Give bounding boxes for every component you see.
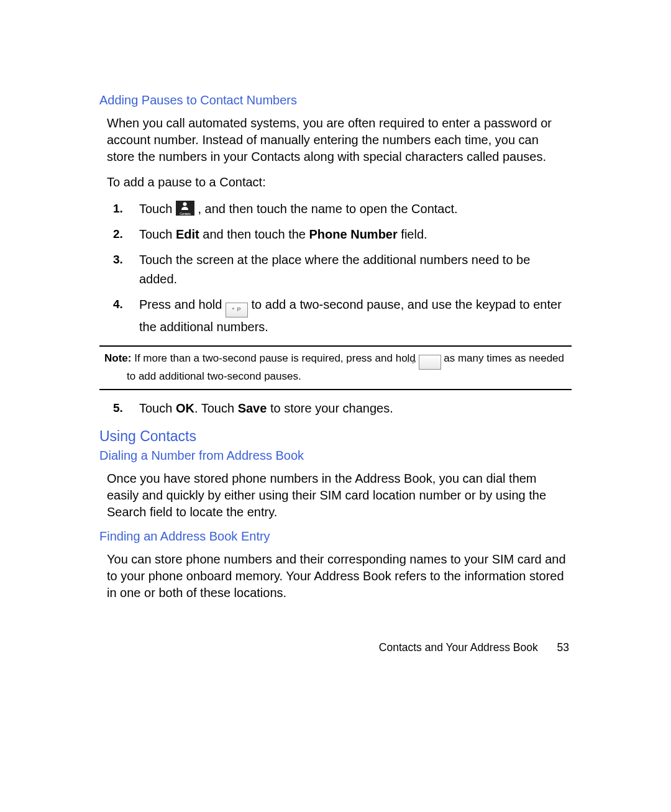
- footer-page-number: 53: [557, 641, 569, 654]
- note-label: Note:: [104, 352, 134, 364]
- subheading-dialing: Dialing a Number from Address Book: [99, 449, 572, 463]
- step-1: Touch Contacts , and then touch the name…: [99, 199, 572, 219]
- step-3: Touch the screen at the place where the …: [99, 250, 572, 289]
- step-5: Touch OK. Touch Save to store your chang…: [99, 399, 572, 418]
- page-footer: Contacts and Your Address Book 53: [99, 641, 572, 654]
- step-4: Press and hold * P to add a two-second p…: [99, 295, 572, 337]
- step-2-text-a: Touch: [139, 227, 176, 241]
- note-text-1: If more than a two-second pause is requi…: [134, 352, 418, 364]
- step-2: Touch Edit and then touch the Phone Numb…: [99, 225, 572, 244]
- contacts-app-icon: Contacts: [176, 201, 194, 216]
- contacts-icon-label: Contacts: [176, 212, 194, 217]
- note-text: Note: If more than a two-second pause is…: [104, 352, 572, 384]
- step-5-text-e: to store your changes.: [267, 401, 393, 415]
- step-5-text-c: . Touch: [194, 401, 238, 415]
- heading-using-contacts: Using Contacts: [99, 428, 572, 445]
- step-2-text-c: and then touch the: [199, 227, 309, 241]
- note-box: Note: If more than a two-second pause is…: [99, 345, 572, 390]
- paragraph-pauses-intro: When you call automated systems, you are…: [99, 115, 572, 165]
- step-5-bold-ok: OK: [176, 401, 194, 415]
- step-5-bold-save: Save: [238, 401, 267, 415]
- step-2-bold-edit: Edit: [176, 227, 199, 241]
- document-page: Adding Pauses to Contact Numbers When yo…: [0, 0, 671, 691]
- step-2-bold-phone-number: Phone Number: [309, 227, 398, 241]
- step-5-text-a: Touch: [139, 401, 176, 415]
- subheading-finding: Finding an Address Book Entry: [99, 529, 572, 544]
- pause-key-icon: * P: [226, 303, 248, 317]
- step-2-text-e: field.: [398, 227, 427, 241]
- pause-key-icon-note: * P: [419, 355, 441, 370]
- footer-chapter: Contacts and Your Address Book: [379, 641, 538, 654]
- steps-list: Touch Contacts , and then touch the name…: [99, 199, 572, 337]
- step-4-text-a: Press and hold: [139, 298, 226, 311]
- subheading-adding-pauses: Adding Pauses to Contact Numbers: [99, 93, 572, 107]
- steps-list-continued: Touch OK. Touch Save to store your chang…: [99, 399, 572, 418]
- paragraph-pauses-lead: To add a pause to a Contact:: [99, 174, 572, 191]
- step-1-text-b: , and then touch the name to open the Co…: [194, 202, 458, 216]
- step-1-text-a: Touch: [139, 202, 176, 216]
- svg-point-0: [183, 203, 186, 206]
- paragraph-dialing: Once you have stored phone numbers in th…: [99, 470, 572, 521]
- paragraph-finding: You can store phone numbers and their co…: [99, 551, 572, 601]
